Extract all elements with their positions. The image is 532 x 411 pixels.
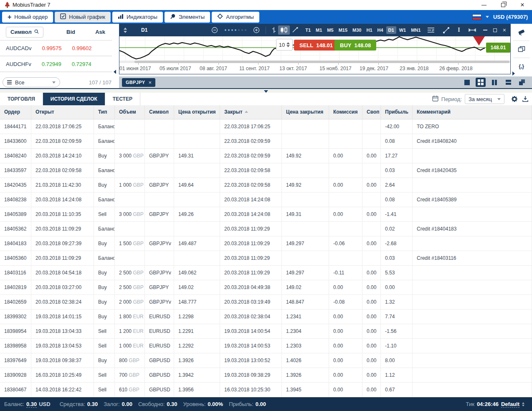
indicators-button[interactable]: Индикаторы [112,12,163,23]
chart-tab-gbpjpy[interactable]: GBPJPY × [122,78,155,87]
cell-close: 22.03.2018 02:09:59 [220,149,282,163]
history-table-row[interactable]: 1840824020.03.2018 14:24:10Buy3 000 GBPG… [0,149,532,163]
chart-plot-area[interactable]: 10 SELL 148.01 BUY 148.08 148.01 [119,36,510,61]
windows-layout-icon[interactable] [511,41,532,58]
history-table-row[interactable]: 1840265920.03.2018 02:38:24Buy2 000 GBPG… [0,295,532,310]
new-chart-button[interactable]: Новый график [55,12,111,23]
column-header[interactable]: Прибыль [381,105,413,119]
buy-button[interactable]: BUY 148.08 [334,40,376,51]
settings-gear-icon[interactable] [511,96,518,102]
volume-spinner-icons[interactable] [286,42,290,47]
history-table-row[interactable]: 1842043521.03.2018 11:42:30Buy1 000 GBPG… [0,178,532,193]
timeframe-button-m30[interactable]: M30 [350,26,363,34]
history-table-row[interactable]: 1839092816.03.2018 10:25:49Sell700 GBPGB… [0,368,532,383]
history-table-row[interactable]: 1840823820.03.2018 14:24:08Баланс20.03.2… [0,193,532,207]
column-header[interactable]: Открыт [31,105,94,119]
watchlist-row[interactable]: AUDCHFv0.729490.72974 [0,56,112,72]
bar-chart-type-button[interactable] [270,25,278,35]
zoom-in-button[interactable] [251,25,262,35]
window-close-button[interactable]: × [513,0,532,10]
panel-splitter[interactable] [0,88,532,93]
timeframe-button-d1[interactable]: D1 [386,26,396,34]
timeframe-button-t1[interactable]: T1 [303,26,313,34]
column-header[interactable]: Комиссия [329,105,362,119]
column-header[interactable]: Закрыт [220,105,282,119]
horizontal-measure-tool-icon[interactable] [466,27,478,33]
account-balance-label[interactable]: USD (479307) [493,14,528,20]
sell-button[interactable]: SELL 148.01 [294,40,338,51]
trendline-tool-icon[interactable] [441,26,451,35]
layout-cascade-button[interactable] [517,78,527,87]
timeframe-button-w1[interactable]: W1 [397,26,408,34]
column-header[interactable]: Цена закрытия [282,105,329,119]
chart-close-icon[interactable]: × [503,27,506,33]
volume-stepper[interactable]: 10 [276,39,293,51]
zoom-out-button[interactable] [209,25,220,35]
history-table-row[interactable]: 1843359722.03.2018 02:09:58Баланс22.03.2… [0,163,532,178]
chart-minimize-icon[interactable] [483,30,487,30]
history-table-row[interactable]: 1839895419.03.2018 13:04:33Sell1 200 EUR… [0,324,532,339]
chart-maximize-icon[interactable] [493,28,497,32]
algorithms-button[interactable]: Алгоритмы [212,12,259,23]
layout-grid-button[interactable] [476,78,486,87]
timeframe-button-m15[interactable]: M15 [337,26,350,34]
layout-vertical-split-button[interactable] [489,78,499,87]
history-table-row[interactable]: 1840311620.03.2018 04:54:18Buy2 500 GBPG… [0,266,532,280]
tab-close-icon[interactable]: × [148,80,152,85]
timeframe-button-m1[interactable]: M1 [314,26,324,34]
window-restore-button[interactable] [494,0,513,10]
profile-spinner-icons[interactable] [522,402,524,406]
eraser-icon[interactable] [511,24,532,41]
column-header[interactable]: Комментарий [413,105,532,119]
collapse-rail-chevron-right-icon[interactable] [512,71,515,76]
new-order-button[interactable]: + Новый ордер [2,12,53,23]
history-table-row[interactable]: 1843360022.03.2018 02:09:59Баланс22.03.2… [0,134,532,149]
elements-button[interactable]: Элементы [165,12,210,23]
language-flag-ru[interactable] [472,14,481,20]
timeframe-button-h4[interactable]: H4 [375,26,385,34]
period-select[interactable]: За месяц [465,94,504,104]
ask-column-header[interactable]: Ask [75,29,105,35]
tab-trade-history[interactable]: ИСТОРИЯ СДЕЛОК [43,93,105,105]
history-table-row[interactable]: 1844417122.03.2018 17:06:25Баланс22.03.2… [0,119,532,134]
cell-close_price: 149.02 [282,280,329,294]
tab-tester[interactable]: ТЕСТЕР [105,93,140,105]
history-table-row[interactable]: 1839764919.03.2018 09:38:37Buy800 GBPGBP… [0,353,532,368]
column-header[interactable]: Тип [94,105,115,119]
history-table-row[interactable]: 1840538920.03.2018 11:10:35Sell3 000 GBP… [0,207,532,222]
status-value[interactable]: 0.30 [26,401,37,408]
window-minimize-button[interactable] [474,0,494,10]
history-table-row[interactable]: 1838046714.03.2018 16:22:42Sell610 GBPGB… [0,383,532,397]
profile-selector[interactable]: Default [501,401,519,408]
history-table-row[interactable]: 1839930219.03.2018 14:01:15Buy1 800 EURE… [0,310,532,324]
column-header[interactable]: Объем [115,105,145,119]
symbol-search-button[interactable]: Символ [6,27,43,38]
collapse-watchlist-chevron-left-icon[interactable] [114,70,116,74]
line-chart-type-button[interactable] [290,25,301,35]
layout-single-button[interactable] [462,78,472,87]
tab-trading[interactable]: ТОРГОВЛЯ [0,93,43,105]
bid-column-header[interactable]: Bid [45,29,75,35]
watchlist-row[interactable]: AUDCADv0.995750.99602 [0,41,112,56]
timeframe-button-h1[interactable]: H1 [364,26,374,34]
watchlist-filter-dropdown[interactable]: Все [3,77,60,87]
column-header[interactable]: Цена открытия [174,105,220,119]
timeframe-button-m5[interactable]: M5 [325,26,335,34]
history-table-row[interactable]: 1839895819.03.2018 13:04:53Sell1 000 EUR… [0,339,532,353]
language-chevron-down-icon[interactable] [486,16,489,18]
column-header[interactable]: Символ [145,105,174,119]
history-table-row[interactable]: 1840418320.03.2018 09:27:39Buy1 500 GBPG… [0,236,532,251]
column-header[interactable]: Своп [362,105,381,119]
history-table-row[interactable]: 1840536020.03.2018 11:09:29Баланс20.03.2… [0,251,532,266]
layout-horizontal-split-button[interactable] [503,78,513,87]
history-table-row[interactable]: 1840536220.03.2018 11:09:29Баланс20.03.2… [0,222,532,236]
export-download-icon[interactable] [522,96,529,102]
candlestick-chart-type-button[interactable] [278,25,290,35]
history-table-row[interactable]: 1840281920.03.2018 03:27:00Buy2 500 GBPG… [0,280,532,295]
fibonacci-tool-icon[interactable]: F [425,26,437,34]
cell-order: 18399302 [0,310,31,324]
timeframe-button-mn1[interactable]: MN1 [409,26,423,34]
column-header[interactable]: Ордер [0,105,31,119]
timeframe-spinner[interactable] [124,28,127,33]
text-cursor-tool-icon[interactable]: I [456,25,462,35]
